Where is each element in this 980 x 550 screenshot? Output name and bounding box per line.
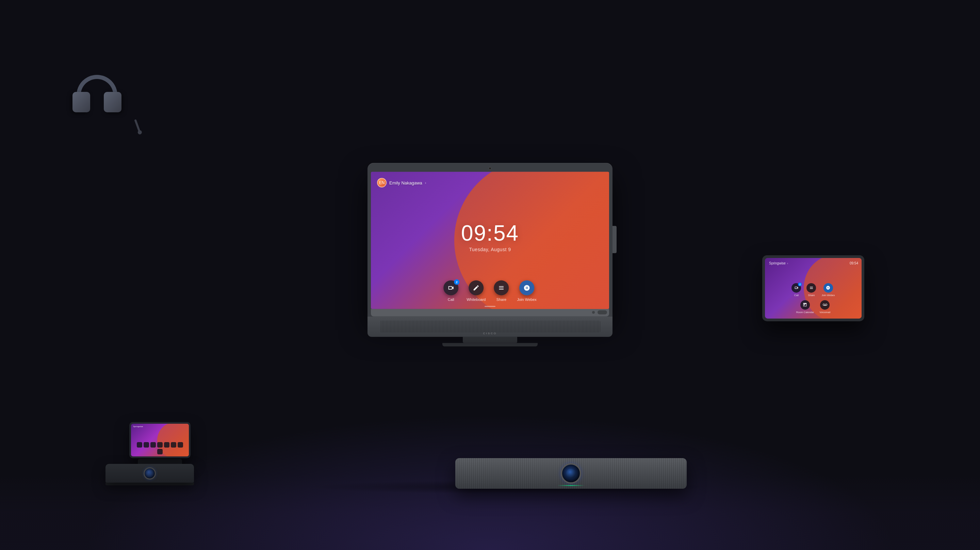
whiteboard-button-icon xyxy=(469,280,484,295)
screen-user-row[interactable]: EN Emily Nakagawa › xyxy=(377,178,426,188)
avatar: EN xyxy=(377,178,387,188)
monitor-control-buttons xyxy=(592,310,607,314)
cisco-logo: cisco xyxy=(483,332,497,335)
scene: Springwise xyxy=(0,0,980,550)
tablet-call-icon: 2 xyxy=(791,283,801,292)
tablet-join-webex-icon xyxy=(824,283,833,292)
call-label: Call xyxy=(448,297,454,301)
tablet-screen: Springwise › 09:54 2 xyxy=(765,258,862,319)
monitor-screen: EN Emily Nakagawa › 09:54 Tuesday, Augus… xyxy=(371,172,609,309)
tablet-buttons-row1: 2 Call xyxy=(771,283,856,297)
tablet-header: Springwise › 09:54 xyxy=(769,261,858,265)
small-icon-1 xyxy=(137,442,142,448)
soundbar-lens-inner xyxy=(566,469,576,478)
tablet-share-button[interactable]: Share xyxy=(807,283,816,297)
home-indicator xyxy=(485,306,495,307)
tablet-call-badge: 2 xyxy=(798,282,802,286)
join-webex-button-icon xyxy=(519,280,534,295)
tablet-webex-svg xyxy=(826,285,830,290)
call-button-icon: 2 xyxy=(443,280,458,295)
webex-icon xyxy=(523,284,530,291)
tablet-room-calendar-icon xyxy=(800,300,810,309)
monitor-stand xyxy=(463,336,517,343)
tablet-call-label: Call xyxy=(794,293,799,297)
soundbar-camera-lens xyxy=(561,463,581,484)
chevron-right-icon: › xyxy=(425,181,426,185)
pencil-icon xyxy=(473,284,479,291)
share-button-icon xyxy=(494,280,509,295)
headphone-right-cup xyxy=(104,92,121,112)
small-icon-8 xyxy=(157,449,163,454)
webcam-foot xyxy=(105,483,194,485)
whiteboard-label: Whiteboard xyxy=(466,297,485,301)
webcam xyxy=(105,464,194,485)
monitor-frame: EN Emily Nakagawa › 09:54 Tuesday, Augus… xyxy=(368,163,612,317)
small-touch-device[interactable]: Springwise xyxy=(129,422,191,468)
tablet-voicemail-button[interactable]: Voicemail xyxy=(819,300,830,314)
whiteboard-button[interactable]: Whiteboard xyxy=(466,280,485,301)
monitor-camera xyxy=(488,167,492,170)
monitor-base-bar xyxy=(371,309,609,316)
headphone-mic xyxy=(134,119,140,133)
clock-time: 09:54 xyxy=(461,222,519,244)
screen-time-area: 09:54 Tuesday, August 9 xyxy=(461,222,519,252)
calendar-icon xyxy=(803,303,807,307)
call-button[interactable]: 2 Call xyxy=(443,280,458,301)
monitor-speaker-bar: cisco xyxy=(368,316,612,336)
small-device-frame: Springwise xyxy=(129,422,191,458)
small-icon-6 xyxy=(171,442,176,448)
monitor-small-btn[interactable] xyxy=(598,310,607,314)
tablet-join-webex-button[interactable]: Join Webex xyxy=(821,283,835,297)
headphones xyxy=(63,75,131,102)
share-label: Share xyxy=(496,297,506,301)
share-button[interactable]: Share xyxy=(494,280,509,301)
small-icon-7 xyxy=(178,442,183,448)
headphone-band xyxy=(76,75,118,102)
small-device-screen: Springwise xyxy=(131,424,189,456)
tablet-buttons-row2: Room Calendar Voicemail xyxy=(771,300,856,314)
tablet-chevron-icon: › xyxy=(787,261,788,265)
tablet-frame: Springwise › 09:54 2 xyxy=(762,255,864,321)
join-webex-label: Join Webex xyxy=(517,297,536,301)
tablet-join-webex-label: Join Webex xyxy=(821,293,835,297)
tablet-room-calendar-button[interactable]: Room Calendar xyxy=(796,300,814,314)
clock-date: Tuesday, August 9 xyxy=(461,247,519,252)
join-webex-button[interactable]: Join Webex xyxy=(517,280,536,301)
monitor-top-bar xyxy=(371,166,609,171)
tablet-share-label: Share xyxy=(808,293,815,297)
main-monitor[interactable]: EN Emily Nakagawa › 09:54 Tuesday, Augus… xyxy=(368,163,612,346)
tablet-room-calendar-label: Room Calendar xyxy=(796,310,814,314)
monitor-dot-btn[interactable] xyxy=(592,311,595,314)
screen-action-buttons: 2 Call Wh xyxy=(443,280,537,301)
voicemail-icon xyxy=(823,303,827,307)
tablet-action-buttons: 2 Call xyxy=(771,283,856,314)
monitor-foot xyxy=(442,343,538,346)
small-icon-4 xyxy=(157,442,163,448)
small-screen-org: Springwise xyxy=(133,426,143,427)
small-screen-icons xyxy=(137,442,183,454)
small-icon-2 xyxy=(143,442,149,448)
tablet-time: 09:54 xyxy=(850,261,858,265)
small-icon-5 xyxy=(164,442,169,448)
tablet-org-name: Springwise xyxy=(769,261,786,265)
soundbar-body xyxy=(455,458,687,489)
headphone-left-cup xyxy=(73,92,90,112)
video-camera-icon xyxy=(447,284,454,291)
tablet-call-button[interactable]: 2 Call xyxy=(791,283,801,297)
tablet-video-icon xyxy=(794,285,799,290)
tablet-voicemail-label: Voicemail xyxy=(819,310,830,314)
tablet-voicemail-icon xyxy=(820,300,830,309)
username: Emily Nakagawa xyxy=(389,180,422,185)
soundbar xyxy=(455,458,687,489)
tablet-share-icon xyxy=(807,283,816,292)
monitor-side-piece xyxy=(612,226,617,253)
share-icon xyxy=(498,284,504,291)
tablet-device[interactable]: Springwise › 09:54 2 xyxy=(762,255,864,321)
webcam-lens xyxy=(143,467,156,480)
soundbar-indicator xyxy=(557,485,585,486)
tablet-share-svg xyxy=(809,285,814,290)
call-badge: 2 xyxy=(454,279,460,285)
webcam-body xyxy=(105,464,194,483)
small-icon-3 xyxy=(150,442,156,448)
